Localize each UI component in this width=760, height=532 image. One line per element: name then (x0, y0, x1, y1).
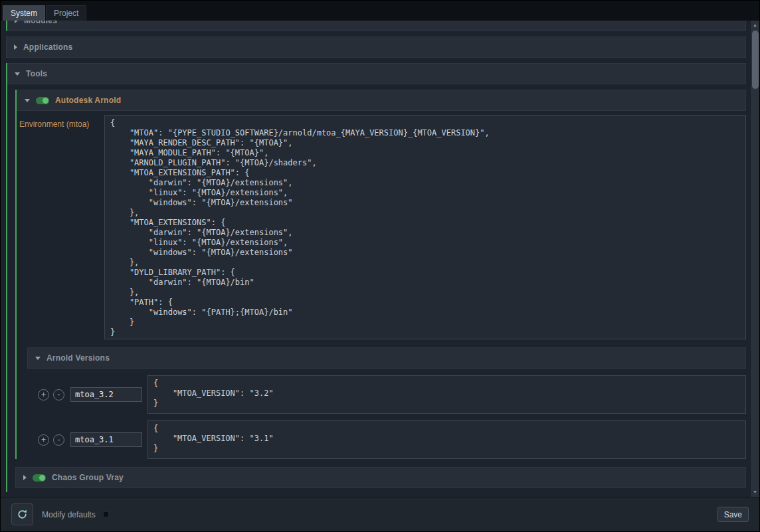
save-button[interactable]: Save (717, 507, 749, 522)
tab-project-label: Project (54, 9, 78, 18)
arnold-environment-row: Environment (mtoa) { "MTOA": "{PYPE_STUD… (17, 115, 746, 339)
remove-version-button[interactable]: - (53, 434, 64, 446)
vertical-scrollbar[interactable]: ▲ ▼ (750, 21, 759, 497)
chevron-down-icon (15, 72, 20, 76)
add-version-button[interactable]: + (38, 434, 49, 446)
section-header-applications[interactable]: Applications (6, 37, 746, 58)
section-label-arnold-versions: Arnold Versions (47, 353, 110, 363)
section-label-modules: Modules (24, 21, 57, 25)
tab-bar: System Project (1, 1, 759, 21)
chevron-down-icon (35, 357, 41, 360)
refresh-button[interactable] (11, 503, 33, 525)
chevron-down-icon (25, 99, 30, 102)
environment-label: Environment (mtoa) (19, 115, 104, 129)
scrollbar-thumb[interactable] (752, 31, 759, 89)
section-header-vray[interactable]: Chaos Group Vray (15, 467, 746, 488)
arnold-version-row: + - { "MTOA_VERSION": "3.2" } (27, 375, 746, 414)
version-value-textarea[interactable]: { "MTOA_VERSION": "3.1" } (147, 420, 746, 459)
footer-bar: Modify defaults Save (1, 497, 759, 531)
section-label-tools: Tools (26, 69, 47, 78)
section-header-arnold-versions[interactable]: Arnold Versions (27, 347, 746, 369)
settings-scroll-area: Modules Applications Tools (1, 21, 750, 497)
add-version-button[interactable]: + (38, 389, 49, 400)
refresh-icon (17, 509, 28, 520)
remove-version-button[interactable]: - (53, 389, 64, 400)
section-arnold-versions: Arnold Versions + - { "MTOA_VERSION": "3… (27, 347, 746, 459)
chevron-right-icon (15, 21, 18, 23)
vray-enabled-toggle[interactable] (33, 474, 46, 482)
section-header-tools[interactable]: Tools (7, 63, 746, 84)
tab-project[interactable]: Project (46, 5, 86, 21)
scrollbar-down-arrow[interactable]: ▼ (751, 488, 760, 497)
chevron-right-icon (23, 475, 27, 480)
modify-defaults-label: Modify defaults (42, 510, 96, 519)
version-name-input[interactable] (70, 432, 142, 447)
section-label-arnold: Autodesk Arnold (55, 96, 121, 105)
arnold-environment-textarea[interactable]: { "MTOA": "{PYPE_STUDIO_SOFTWARE}/arnold… (104, 115, 746, 339)
section-arnold: Autodesk Arnold Environment (mtoa) { "MT… (15, 90, 746, 459)
version-name-input[interactable] (70, 387, 142, 402)
tab-system-label: System (11, 9, 37, 18)
section-label-applications: Applications (23, 43, 72, 52)
scrollbar-up-arrow[interactable]: ▲ (751, 21, 760, 30)
version-value-textarea[interactable]: { "MTOA_VERSION": "3.2" } (147, 375, 746, 414)
modify-defaults-checkbox[interactable] (103, 511, 109, 517)
tab-system[interactable]: System (3, 5, 45, 21)
section-header-arnold[interactable]: Autodesk Arnold (17, 90, 746, 111)
arnold-version-row: + - { "MTOA_VERSION": "3.1" } (27, 420, 746, 459)
section-label-vray: Chaos Group Vray (52, 473, 124, 482)
arnold-enabled-toggle[interactable] (36, 97, 49, 104)
chevron-right-icon (14, 44, 17, 50)
tools-body: Autodesk Arnold Environment (mtoa) { "MT… (7, 84, 746, 492)
section-header-modules[interactable]: Modules (6, 21, 746, 31)
settings-window: System Project Modules Applications Tool… (0, 0, 760, 532)
section-tools: Tools Autodesk Arnold Environment (mtoa) (6, 63, 746, 492)
